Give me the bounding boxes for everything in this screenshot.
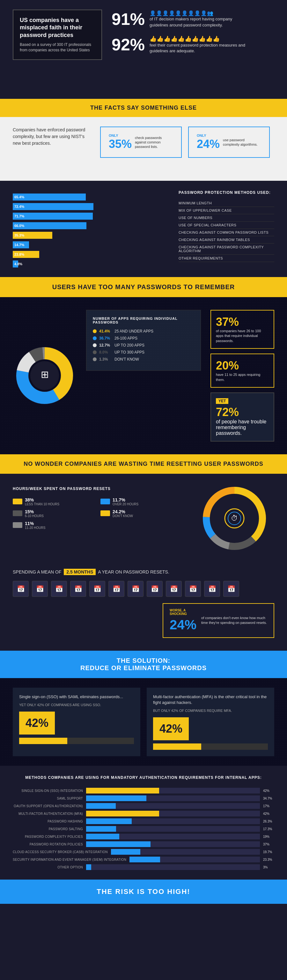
passwords-banner-text: USERS HAVE TOO MANY PASSWORDS TO REMEMBE…: [52, 283, 235, 290]
bar-item: 71.7%: [13, 213, 166, 220]
protection-method-item: CHECKING AGAINST RAINBOW TABLES: [179, 236, 274, 243]
method-bar-container: [86, 834, 260, 839]
method-bar-container: [86, 826, 260, 832]
apps-pct: 36.7%: [99, 336, 112, 340]
box2-pct: 24%: [197, 137, 220, 151]
hours-pct: 11.7%: [113, 497, 139, 503]
method-label: SINGLE SIGN-ON (SSO) INTEGRATION: [13, 789, 83, 792]
sso-sub: YET ONLY 42% OF COMPANIES ARE USING SSO.: [19, 703, 134, 707]
hours-info: 11.7% OVER 20 HOURS: [113, 497, 139, 506]
sso-pct-box: 42%: [19, 711, 55, 735]
bar-item: 65.4%: [13, 194, 166, 200]
apps-dot: [93, 329, 97, 333]
bar-fill: 35.3%: [13, 232, 52, 239]
apps-stat-1: 37% of companies have 26 to 100 apps tha…: [210, 310, 274, 349]
complexity-section: Companies have enforced password complex…: [0, 117, 287, 181]
spending-title: SPENDING A MEAN OF 2.5 MONTHS A YEAR ON …: [13, 570, 274, 574]
reset-banner: NO WONDER COMPANIES ARE WASTING TIME RES…: [0, 454, 287, 474]
only-label-1: ONLY: [109, 134, 132, 137]
hours-info: 38% LESS THAN 10 HOURS: [25, 497, 59, 506]
apps-list-item: 41.4%25 AND UNDER APPS: [93, 329, 194, 334]
calendar-icon: 📅: [89, 581, 105, 597]
method-row: SAML SUPPORT 34.7%: [13, 795, 274, 801]
calendar-icon: 📅: [204, 581, 220, 597]
hours-donut: ⏱: [202, 487, 266, 550]
calendar-row: 📅📅📅📅📅📅📅📅📅📅📅📅: [13, 581, 274, 597]
apps-right: 37% of companies have 26 to 100 apps tha…: [210, 310, 274, 442]
protection-method-item: USE OF SPECIAL CHARACTERS: [179, 221, 274, 229]
hours-info: 11% 11-20 HOURS: [25, 521, 45, 530]
bar-item: 23.8%: [13, 251, 166, 258]
method-bar: [129, 857, 160, 862]
hours-item: 24.2% DON'T KNOW: [100, 509, 185, 518]
complexity-left: Companies have enforced password complex…: [13, 127, 86, 146]
methods-section: METHODS COMPANIES ARE USING FOR MANDATOR…: [0, 766, 287, 880]
apps-dot: [93, 344, 97, 347]
protection-method-item: CHECKING AGAINST PASSWORD COMPLEXITY ALG…: [179, 243, 274, 255]
method-row: PASSWORD HASHING 26.3%: [13, 818, 274, 824]
bar-chart-container: 65.4%72.4%71.7%66.0%35.3%14.7%23.8%4.8%: [13, 190, 166, 267]
calendar-icon: 📅: [147, 581, 163, 597]
protection-method-item: CHECKING AGAINST COMMON PASSWORD LISTS: [179, 229, 274, 236]
apps-stat-2: 20% have 11 to 25 apps requiring them.: [210, 353, 274, 388]
apps-middle: NUMBER OF APPS REQUIRING INDIVIDUAL PASS…: [86, 310, 201, 442]
passwords-banner: USERS HAVE TOO MANY PASSWORDS TO REMEMBE…: [0, 277, 287, 297]
method-label: OTHER OPTION: [13, 865, 83, 869]
hours-title: HOURS/WEEK SPENT ON PASSWORD RESETS: [13, 487, 185, 491]
method-pct: 42%: [263, 789, 274, 792]
mfa-title: Multi-factor authentication (MFA) is the…: [153, 694, 268, 705]
method-bar-container: [86, 803, 260, 809]
calendar-icon: 📅: [13, 581, 29, 597]
method-bar: [86, 841, 150, 847]
bar-item: 72.4%: [13, 203, 166, 210]
hours-label: 6-10 HOURS: [25, 514, 44, 518]
apps-stat2-pct: 20%: [216, 359, 269, 372]
protection-method-item: USE OF NUMBERS: [179, 214, 274, 221]
method-bar: [86, 818, 132, 824]
method-label: PASSWORD COMPLEXITY POLICIES: [13, 835, 83, 838]
method-pct: 42%: [263, 812, 274, 816]
stat2-percent: 92%: [112, 35, 145, 54]
method-pct: 3%: [263, 865, 274, 869]
mfa-card: Multi-factor authentication (MFA) is the…: [147, 688, 274, 756]
method-pct: 17.3%: [263, 827, 274, 831]
sso-card: Single sign-on (SSO) with SAML eliminate…: [13, 688, 140, 756]
chart-section: 65.4%72.4%71.7%66.0%35.3%14.7%23.8%4.8% …: [0, 181, 287, 277]
stat-row-2: 92% 👍👍👍👍👍👍👍👍👍👍 feel their current passwo…: [112, 35, 274, 54]
method-pct: 19%: [263, 835, 274, 838]
apps-pct: 8.0%: [99, 350, 112, 355]
method-bar: [86, 834, 119, 839]
bar-fill: 66.0%: [13, 222, 86, 229]
methods-chart: SINGLE SIGN-ON (SSO) INTEGRATION 42% SAM…: [13, 788, 274, 870]
hours-dot: [13, 499, 22, 504]
stats-right: 91% 👤👤👤👤👤👤👤👤👤👥 of IT decision makers rep…: [112, 10, 274, 54]
method-bar: [111, 849, 140, 855]
spending-highlight: 2.5 MONTHS: [64, 569, 96, 575]
method-bar: [86, 864, 91, 870]
method-bar: [86, 803, 116, 809]
hours-pct: 15%: [25, 509, 44, 514]
apps-dot: [93, 357, 97, 361]
method-row: PASSWORD COMPLEXITY POLICIES 19%: [13, 834, 274, 839]
apps-stat2-text: have 11 to 25 apps requiring them.: [216, 372, 269, 382]
reset-banner-text: NO WONDER COMPANIES ARE WASTING TIME RES…: [24, 461, 263, 467]
hours-pct: 11%: [25, 521, 45, 526]
method-label: PASSWORD ROTATION POLICIES: [13, 843, 83, 846]
method-label: PASSWORD SALTING: [13, 827, 83, 831]
sso-bar-fill: [19, 738, 67, 744]
protection-method-item: OTHER REQUIREMENTS: [179, 255, 274, 262]
bar-fill: 14.7%: [13, 241, 29, 248]
calendar-icon: 📅: [166, 581, 182, 597]
bar-fill: 23.8%: [13, 251, 39, 258]
method-row: CLOUD ACCESS SECURITY BROKER (CASB) INTE…: [13, 849, 274, 855]
intro-box: US companies have a misplaced faith in t…: [13, 10, 102, 60]
complexity-text: Companies have enforced password complex…: [13, 127, 86, 146]
intro-title: US companies have a misplaced faith in t…: [20, 17, 95, 39]
method-pct: 34.7%: [263, 797, 274, 800]
shocking-text: of companies don't even know how much ti…: [201, 616, 267, 625]
method-row: SINGLE SIGN-ON (SSO) INTEGRATION 42%: [13, 788, 274, 794]
svg-text:⊞: ⊞: [41, 369, 49, 380]
hours-info: 15% 6-10 HOURS: [25, 509, 44, 518]
hours-label: OVER 20 HOURS: [113, 503, 139, 506]
solution-banner-text: THE SOLUTION:REDUCE OR ELIMINATE PASSWOR…: [80, 657, 207, 671]
